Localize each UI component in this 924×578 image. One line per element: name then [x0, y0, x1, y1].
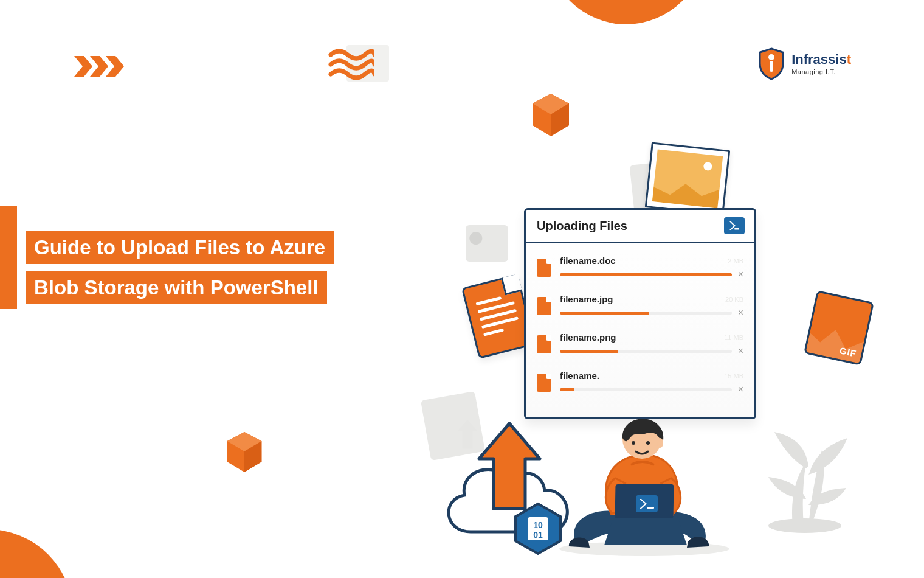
file-icon	[537, 259, 551, 277]
title-line-1: Guide to Upload Files to Azure	[26, 231, 334, 264]
brand-logo: Infrassist Managing I.T.	[757, 47, 851, 80]
svg-rect-23	[647, 507, 654, 509]
close-icon: ×	[738, 308, 743, 318]
svg-rect-8	[734, 228, 739, 230]
svg-point-18	[632, 441, 635, 445]
decor-half-circle-bottom	[0, 529, 73, 578]
close-icon: ×	[738, 346, 743, 356]
file-size: 2 MB	[728, 257, 743, 265]
cube-3d-icon	[224, 430, 265, 475]
file-size: 11 MB	[724, 334, 743, 341]
progress-bar	[560, 312, 732, 315]
shield-logo-icon	[757, 47, 785, 80]
gif-tile-icon: GIF	[804, 290, 874, 366]
file-name: filename.png	[560, 332, 717, 343]
upload-illustration: GIF Uploading Files filename.doc 2 MB ×	[462, 152, 851, 554]
title-line-2: Blob Storage with PowerShell	[26, 271, 327, 304]
plant-icon	[750, 395, 860, 535]
file-size: 20 KB	[725, 296, 743, 303]
svg-point-19	[646, 441, 650, 445]
powershell-icon	[724, 217, 745, 234]
progress-bar	[560, 350, 732, 353]
file-row: filename.doc 2 MB ×	[537, 249, 743, 288]
progress-bar	[560, 273, 732, 276]
file-icon	[537, 335, 551, 353]
svg-rect-1	[770, 61, 773, 72]
file-name: filename.doc	[560, 256, 720, 266]
svg-point-9	[768, 518, 841, 533]
svg-point-0	[768, 54, 774, 60]
upload-window-header: Uploading Files	[526, 210, 754, 243]
svg-point-20	[657, 438, 663, 448]
close-icon: ×	[738, 385, 743, 394]
person-laptop-icon	[541, 363, 736, 557]
page-title: Guide to Upload Files to Azure Blob Stor…	[26, 231, 334, 312]
chevrons-right-icon	[73, 55, 128, 78]
file-row: filename.png 11 MB ×	[537, 326, 743, 364]
waves-icon	[328, 49, 374, 83]
brand-name: Infrassist	[791, 53, 851, 66]
file-name: filename.jpg	[560, 294, 718, 304]
image-icon	[466, 225, 508, 262]
cube-3d-icon	[529, 91, 573, 139]
image-icon	[645, 142, 731, 216]
decor-half-circle-top	[547, 0, 705, 24]
file-icon	[537, 297, 551, 315]
upload-window-title: Uploading Files	[537, 219, 627, 233]
close-icon: ×	[738, 270, 743, 279]
file-row: filename.jpg 20 KB ×	[537, 288, 743, 326]
decor-orange-bar	[0, 206, 17, 309]
brand-tagline: Managing I.T.	[791, 69, 851, 75]
page-canvas: Infrassist Managing I.T. Guide to Upload…	[0, 0, 924, 578]
